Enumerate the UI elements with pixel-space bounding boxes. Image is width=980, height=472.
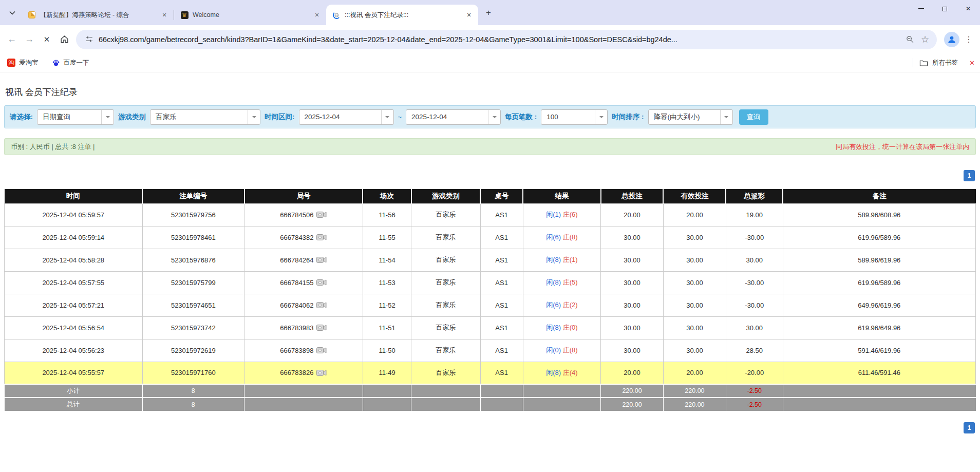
video-replay-icon[interactable] [316, 301, 327, 309]
page-1-button[interactable]: 1 [964, 170, 975, 181]
bookmarks-bar: 淘 爱淘宝 百度一下 所有书签 ✕ [0, 53, 980, 72]
chevron-down-icon[interactable] [101, 110, 114, 124]
summary-cell [783, 384, 975, 398]
time-cell: 2025-12-04 05:56:23 [5, 339, 143, 362]
tab-bet-records[interactable]: :::视讯 会员下注纪录::: ✕ [326, 5, 478, 25]
forward-icon[interactable]: → [21, 31, 38, 48]
total-bet-link[interactable]: 30.00 [601, 249, 664, 271]
bet-id-cell: 523015972619 [142, 339, 244, 362]
total-bet-link[interactable]: 30.00 [601, 294, 664, 316]
site-settings-icon[interactable] [82, 33, 96, 46]
all-bookmarks-label[interactable]: 所有书签 [932, 59, 958, 67]
maximize-button[interactable] [933, 0, 956, 17]
loading-spinner-icon [332, 11, 341, 19]
chevron-down-icon[interactable] [381, 110, 393, 124]
bookmark-baidu[interactable]: 百度一下 [52, 59, 89, 67]
table-row: 2025-12-04 05:59:57523015979756666784506… [5, 203, 976, 226]
query-type-select[interactable]: 日期查询 [37, 109, 114, 125]
date-start-select[interactable]: 2025-12-04 [299, 109, 394, 125]
column-header: 游戏类别 [411, 189, 480, 203]
session-cell: 11-55 [363, 226, 411, 249]
column-header: 场次 [363, 189, 411, 203]
result-banker: 庄(4) [563, 369, 578, 376]
stop-loading-icon[interactable]: ✕ [38, 31, 55, 48]
tab-forum[interactable]: 【新提醒】海燕策略论坛 - 综合 ✕ [22, 5, 174, 25]
zoom-icon[interactable] [903, 33, 916, 46]
total-bet-link[interactable]: 20.00 [601, 203, 664, 226]
game-category-select[interactable]: 百家乐 [150, 109, 260, 125]
tab-welcome[interactable]: ♛ Welcome ✕ [174, 5, 326, 25]
page-title: 视讯 会员下注纪录 [5, 86, 976, 98]
search-button[interactable]: 查询 [739, 109, 768, 125]
column-header: 备注 [783, 189, 975, 203]
result-banker: 庄(1) [563, 256, 578, 263]
date-end-select[interactable]: 2025-12-04 [406, 109, 501, 125]
close-icon[interactable]: ✕ [313, 11, 321, 19]
profile-avatar[interactable] [944, 32, 959, 47]
back-icon[interactable]: ← [3, 31, 21, 48]
total-bet-link[interactable]: 30.00 [601, 339, 664, 362]
records-tbody: 2025-12-04 05:59:57523015979756666784506… [5, 203, 976, 411]
bet-id-cell: 523015975799 [142, 271, 244, 294]
video-replay-icon[interactable] [316, 234, 327, 241]
video-replay-icon[interactable] [316, 347, 327, 354]
tab-title: :::视讯 会员下注纪录::: [345, 11, 461, 20]
close-icon[interactable]: ✕ [969, 59, 975, 67]
table-no-cell: AS1 [480, 249, 523, 271]
summary-row: 总计8220.00220.00-2.50 [5, 398, 976, 411]
chevron-down-icon[interactable] [595, 110, 607, 124]
bookmark-star-icon[interactable]: ☆ [918, 33, 932, 46]
summary-cell [523, 384, 600, 398]
chevron-down-icon[interactable] [248, 110, 260, 124]
total-bet-link[interactable]: 30.00 [601, 271, 664, 294]
remark-cell: 619.96/589.96 [783, 226, 975, 249]
sort-value: 降幂(由大到小) [649, 110, 720, 124]
page-1-button[interactable]: 1 [964, 422, 975, 433]
column-header: 局号 [244, 189, 363, 203]
tab-search-chevron-icon[interactable] [5, 6, 20, 20]
game-category-label: 游戏类别 [118, 112, 146, 122]
video-replay-icon[interactable] [316, 279, 327, 286]
date-range-label: 时间区间: [265, 112, 295, 122]
summary-cell: 220.00 [663, 398, 726, 411]
video-replay-icon[interactable] [316, 324, 327, 331]
new-tab-button[interactable]: + [481, 6, 496, 20]
total-bet-link[interactable]: 30.00 [601, 316, 664, 339]
remark-cell: 589.96/619.96 [783, 249, 975, 271]
video-replay-icon[interactable] [316, 211, 327, 218]
total-bet-link[interactable]: 20.00 [601, 362, 664, 384]
result-cell: 闲(0) 庄(8) [523, 339, 600, 362]
bookmark-label: 百度一下 [64, 59, 89, 67]
chevron-down-icon[interactable] [720, 110, 732, 124]
payout-cell: 30.00 [726, 316, 783, 339]
url-text[interactable]: 66cxkj98.com/game/betrecord_search/kind3… [99, 35, 901, 44]
result-cell: 闲(8) 庄(4) [523, 362, 600, 384]
remark-cell: 649.96/619.96 [783, 294, 975, 316]
session-cell: 11-52 [363, 294, 411, 316]
menu-kebab-icon[interactable]: ⋮ [963, 32, 975, 47]
window-close-button[interactable]: ✕ [956, 0, 980, 17]
chevron-down-icon[interactable] [488, 110, 500, 124]
table-no-cell: AS1 [480, 271, 523, 294]
time-cell: 2025-12-04 05:56:54 [5, 316, 143, 339]
video-replay-icon[interactable] [316, 256, 327, 263]
total-bet-link[interactable]: 30.00 [601, 226, 664, 249]
page-size-select[interactable]: 100 [541, 109, 608, 125]
close-icon[interactable]: ✕ [465, 11, 473, 19]
game-cell: 百家乐 [411, 226, 480, 249]
game-cell: 百家乐 [411, 294, 480, 316]
remark-cell: 611.46/591.46 [783, 362, 975, 384]
sort-select[interactable]: 降幂(由大到小) [648, 109, 733, 125]
minimize-button[interactable] [909, 0, 933, 17]
url-bar[interactable]: 66cxkj98.com/game/betrecord_search/kind3… [76, 30, 937, 49]
close-icon[interactable]: ✕ [160, 11, 168, 19]
valid-bet-cell: 30.00 [663, 316, 726, 339]
round-cell: 666784264 [244, 249, 363, 271]
table-no-cell: AS1 [480, 203, 523, 226]
bookmark-aitaobao[interactable]: 淘 爱淘宝 [7, 59, 39, 67]
summary-cell: 220.00 [663, 384, 726, 398]
bet-id-cell: 523015978461 [142, 226, 244, 249]
bet-id-cell: 523015973742 [142, 316, 244, 339]
video-replay-icon[interactable] [316, 369, 327, 376]
home-icon[interactable] [55, 31, 73, 48]
